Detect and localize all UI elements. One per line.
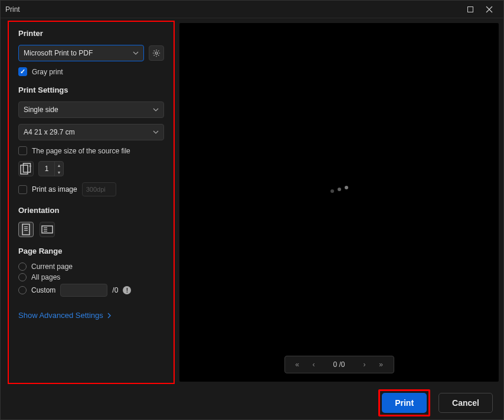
- print-button[interactable]: Print: [382, 393, 427, 413]
- advanced-settings-label: Show Advanced Settings: [18, 311, 103, 320]
- landscape-icon: [40, 222, 54, 237]
- preview-pager: « ‹ 0 /0 › »: [284, 356, 394, 373]
- chevron-right-icon: [107, 313, 112, 319]
- print-as-image-label: Print as image: [32, 185, 77, 193]
- printer-select[interactable]: Microsoft Print to PDF: [18, 45, 144, 61]
- page-range-current-label: Current page: [31, 262, 73, 271]
- print-settings-panel: Printer Microsoft Print to PDF Gray prin…: [8, 21, 175, 384]
- portrait-icon: [19, 222, 33, 237]
- pager-prev[interactable]: ‹: [310, 360, 318, 369]
- page-range-total: /0: [112, 286, 118, 294]
- chevron-down-icon: [133, 50, 139, 56]
- page-range-custom-input[interactable]: [60, 284, 107, 297]
- chevron-down-icon: [153, 129, 159, 135]
- page-range-custom-radio[interactable]: [18, 286, 27, 294]
- loading-dots-icon: [330, 188, 348, 191]
- duplex-selected-label: Single side: [24, 106, 58, 114]
- titlebar: Print: [1, 1, 503, 18]
- page-range-header: Page Range: [18, 247, 164, 255]
- print-as-image-checkbox[interactable]: [18, 185, 27, 194]
- paper-size-select[interactable]: A4 21 x 29.7 cm: [18, 124, 164, 140]
- orientation-portrait[interactable]: [18, 222, 34, 237]
- close-button[interactable]: [480, 1, 499, 18]
- cancel-button[interactable]: Cancel: [438, 393, 493, 413]
- paper-size-selected-label: A4 21 x 29.7 cm: [24, 128, 75, 136]
- page-range-current-radio[interactable]: [18, 262, 27, 271]
- collate-button[interactable]: +: [18, 161, 34, 176]
- maximize-icon: [467, 6, 474, 13]
- dpi-select[interactable]: 300dpi: [82, 182, 116, 196]
- pager-next[interactable]: ›: [361, 360, 369, 369]
- svg-text:+: +: [29, 163, 32, 169]
- copies-up[interactable]: ▲: [55, 162, 63, 169]
- page-range-custom-label: Custom: [31, 286, 55, 294]
- copies-value: 1: [39, 165, 54, 173]
- print-settings-header: Print Settings: [18, 86, 164, 94]
- page-range-all-radio[interactable]: [18, 273, 27, 281]
- printer-properties-button[interactable]: [149, 45, 164, 61]
- orientation-landscape[interactable]: [40, 222, 55, 237]
- preview-area: « ‹ 0 /0 › »: [179, 23, 499, 382]
- maximize-button[interactable]: [461, 1, 480, 18]
- preview-loading: [179, 23, 499, 356]
- use-source-size-checkbox[interactable]: [18, 146, 27, 155]
- orientation-header: Orientation: [18, 206, 164, 215]
- info-icon[interactable]: !: [123, 286, 131, 294]
- duplex-select[interactable]: Single side: [18, 101, 164, 118]
- close-icon: [486, 6, 493, 13]
- copies-stepper[interactable]: 1 ▲ ▼: [38, 161, 64, 176]
- window-title: Print: [5, 5, 20, 14]
- gray-print-label: Gray print: [32, 68, 63, 76]
- show-advanced-settings-link[interactable]: Show Advanced Settings: [18, 311, 164, 320]
- svg-rect-7: [22, 224, 30, 235]
- dialog-footer: Print Cancel: [1, 386, 503, 419]
- use-source-size-label: The page size of the source file: [32, 147, 130, 155]
- collate-icon: +: [19, 162, 33, 176]
- page-range-all-label: All pages: [31, 273, 60, 281]
- gear-icon: [152, 49, 161, 57]
- printer-header: Printer: [18, 29, 164, 38]
- printer-selected-label: Microsoft Print to PDF: [24, 49, 93, 57]
- pager-first[interactable]: «: [293, 360, 302, 369]
- copies-down[interactable]: ▼: [55, 169, 63, 176]
- chevron-down-icon: [153, 107, 159, 113]
- svg-rect-0: [468, 6, 473, 12]
- pager-text: 0 /0: [326, 360, 352, 369]
- svg-point-3: [155, 52, 158, 54]
- dpi-placeholder: 300dpi: [86, 186, 106, 193]
- gray-print-checkbox[interactable]: [18, 67, 27, 76]
- pager-last[interactable]: »: [377, 360, 385, 369]
